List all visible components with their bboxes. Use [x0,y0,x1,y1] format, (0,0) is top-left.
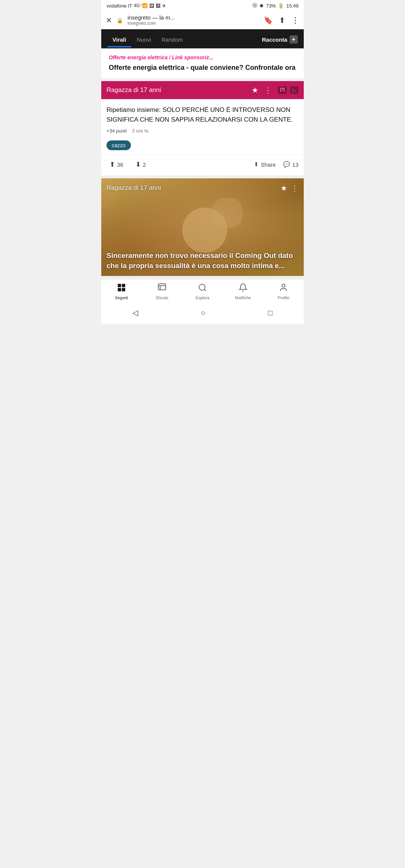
browser-bar: ✕ 🔒 insegreto — la m... insegreto.com 🔖 … [101,11,304,29]
carrier-text: vodafone IT [106,3,132,9]
tab-random[interactable]: Random [156,30,188,47]
nav-label-profilo: Profilo [278,295,289,300]
svg-rect-3 [122,288,125,291]
battery-text: 73% [266,3,276,9]
post-meta-1: +34 punti 3 ore fa [106,128,298,134]
svg-point-9 [282,284,285,287]
downvote-icon-1: ⬇ [135,160,141,169]
nav-label-shouts: Shouts [156,295,168,300]
tab-nuovi[interactable]: Nuovi [131,30,156,47]
back-button[interactable]: ◁ [125,307,146,319]
main-content: Offerte energia elettrica / Link sponsor… [101,48,304,276]
nav-label-esplora: Esplora [195,295,209,300]
system-nav: ◁ ○ □ [101,303,304,324]
nfc-icon: Ⓝ [252,2,257,9]
post-time-1: 3 ore fa [132,128,148,134]
browser-actions: 🔖 ⬆ ⋮ [264,16,299,25]
battery-icon: 🔋 [278,3,284,9]
nav-item-esplora[interactable]: Esplora [182,279,223,303]
post-text-1: Ripetiamo insieme: SOLO PERCHÉ UNO È INT… [106,105,298,124]
post-card-2[interactable]: Ragazza di 17 anni ★ ⋮ Sinceramente non … [101,178,304,276]
notifiche-icon [238,283,248,294]
time-text: 15:49 [286,3,298,9]
svg-rect-1 [122,284,125,287]
segreti-icon [117,283,126,294]
tab-virali[interactable]: Virali [107,30,131,47]
share-icon-1: ⬆ [254,161,259,168]
status-right: Ⓝ ✱ 73% 🔋 15:49 [252,2,298,9]
ad-label: Offerte energia elettrica / Link sponsor… [109,54,298,60]
app-tabs: Virali Nuovi Random Racconta + [101,29,304,48]
ad-title: Offerte energia elettrica - quale convie… [109,63,298,72]
racconta-label: Racconta [262,36,287,43]
nav-item-segreti[interactable]: Segreti [101,279,142,303]
post-image-wrapper: Ragazza di 17 anni ★ ⋮ Sinceramente non … [101,178,304,276]
post-menu-button-2[interactable]: ⋮ [291,184,298,193]
share-button-1[interactable]: ⬆ Share [254,161,276,168]
post-points-1: +34 punti [106,128,127,134]
esplora-icon [198,283,207,294]
downvote-button-1[interactable]: ⬇ 2 [132,159,149,170]
post-card-1: Ragazza di 17 anni ★ ⋮ [?] ▷ Ripetiamo i… [101,81,304,175]
downvote-count-1: 2 [143,161,146,168]
post-overlay-header: Ragazza di 17 anni ★ ⋮ [101,178,304,198]
share-icon[interactable]: ⬆ [279,16,285,25]
recents-button[interactable]: □ [260,307,280,319]
photo-icon: 🖽 [156,3,160,9]
post-tags-1: cazzo [101,137,304,155]
post-favorite-button-1[interactable]: ★ [252,86,258,95]
status-left: vodafone IT 4G⁺📶 🖼 🖽 ✈ [106,3,166,9]
post-body-1: Ripetiamo insieme: SOLO PERCHÉ UNO È INT… [101,99,304,137]
share-label-1: Share [261,161,276,168]
post-menu-button-1[interactable]: ⋮ [264,86,272,95]
post-favorite-button-2[interactable]: ★ [280,184,287,193]
racconta-plus-icon: + [290,35,298,44]
nav-label-notifiche: Notifiche [235,295,251,300]
status-bar: vodafone IT 4G⁺📶 🖼 🖽 ✈ Ⓝ ✱ 73% 🔋 15:49 [101,0,304,11]
url-area[interactable]: insegreto — la m... insegreto.com [128,14,259,26]
bluetooth-icon: ✱ [260,3,264,9]
gallery-icon: 🖼 [149,3,154,9]
svg-rect-2 [118,288,121,291]
post-category-1: Ragazza di 17 anni [106,86,249,94]
post-ad-badge: ▷ [290,86,298,94]
svg-line-8 [204,289,206,291]
nav-item-profilo[interactable]: Profilo [263,279,304,303]
post-text-2: Sinceramente non trovo necessario il Com… [101,246,304,276]
network-icon: 4G⁺📶 [134,3,148,8]
bookmark-icon[interactable]: 🔖 [264,16,273,25]
svg-point-7 [199,284,205,290]
nav-item-notifiche[interactable]: Notifiche [223,279,263,303]
comment-icon-1: 💬 [283,161,290,168]
close-button[interactable]: ✕ [106,17,112,24]
svg-rect-4 [158,284,166,290]
post-category-2: Ragazza di 17 anni [106,184,280,192]
telegram-icon: ✈ [162,3,166,9]
ad-card[interactable]: Offerte energia elettrica / Link sponsor… [101,48,304,78]
bottom-nav: Segreti Shouts Esplora Notifiche [101,279,304,303]
shouts-icon [158,283,166,294]
home-button[interactable]: ○ [193,307,213,319]
post-badge-q: [?] [278,86,287,94]
post-header-1: Ragazza di 17 anni ★ ⋮ [?] ▷ [101,81,304,99]
post-actions-1: ⬆ 36 ⬇ 2 ⬆ Share 💬 13 [101,155,304,175]
comments-button-1[interactable]: 💬 13 [283,161,298,168]
tab-racconta[interactable]: Racconta + [262,29,298,48]
nav-item-shouts[interactable]: Shouts [142,279,182,303]
comments-count-1: 13 [292,161,298,168]
url-domain: insegreto.com [128,21,259,26]
upvote-count-1: 36 [117,161,123,168]
post-badges-1: [?] ▷ [278,86,298,94]
more-options-icon[interactable]: ⋮ [291,16,299,25]
post-tag-cazzo[interactable]: cazzo [106,140,131,150]
page-title: insegreto — la m... [128,14,259,21]
nav-label-segreti: Segreti [115,295,128,300]
profilo-icon [279,283,288,294]
lock-icon: 🔒 [117,17,123,23]
upvote-icon-1: ⬆ [110,160,115,169]
upvote-button-1[interactable]: ⬆ 36 [106,159,126,170]
svg-rect-0 [118,284,121,287]
